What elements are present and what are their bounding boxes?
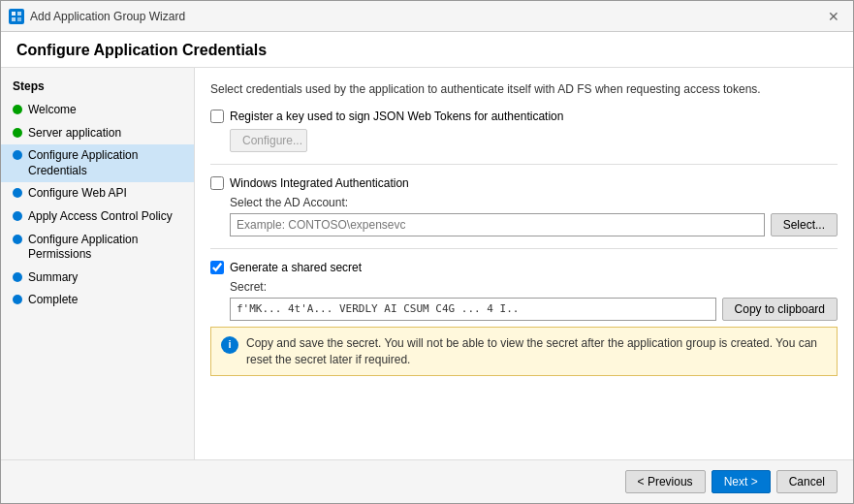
steps-label: Steps bbox=[1, 79, 194, 99]
register-key-checkbox[interactable] bbox=[210, 110, 224, 123]
sidebar: Steps Welcome Server application Configu… bbox=[1, 68, 195, 459]
sidebar-item-complete[interactable]: Complete bbox=[1, 289, 194, 312]
register-key-section: Register a key used to sign JSON Web Tok… bbox=[210, 110, 838, 152]
info-icon: i bbox=[221, 336, 238, 354]
shared-secret-section: Generate a shared secret Secret: Copy to… bbox=[210, 261, 838, 377]
svg-rect-1 bbox=[17, 12, 21, 16]
sidebar-item-web-api[interactable]: Configure Web API bbox=[1, 182, 194, 205]
sidebar-label-server: Server application bbox=[28, 126, 121, 142]
previous-button[interactable]: < Previous bbox=[625, 470, 706, 493]
svg-rect-2 bbox=[12, 17, 16, 21]
sidebar-item-summary[interactable]: Summary bbox=[1, 267, 194, 290]
title-bar-left: Add Application Group Wizard bbox=[9, 9, 185, 24]
ad-account-label: Select the AD Account: bbox=[230, 196, 838, 209]
ad-account-input-row: Select... bbox=[230, 213, 838, 236]
sidebar-label-summary: Summary bbox=[28, 270, 78, 286]
windows-auth-checkbox[interactable] bbox=[210, 176, 224, 190]
sidebar-label-access: Apply Access Control Policy bbox=[28, 209, 173, 225]
step-dot-complete bbox=[13, 295, 22, 304]
sidebar-item-welcome[interactable]: Welcome bbox=[1, 99, 194, 122]
main-content: Select credentials used by the applicati… bbox=[195, 68, 853, 459]
close-button[interactable]: ✕ bbox=[822, 5, 845, 28]
svg-rect-3 bbox=[17, 17, 21, 21]
configure-button[interactable]: Configure... bbox=[230, 129, 307, 152]
register-key-label: Register a key used to sign JSON Web Tok… bbox=[230, 110, 563, 123]
step-dot-server bbox=[13, 128, 22, 138]
footer: < Previous Next > Cancel bbox=[1, 459, 853, 503]
title-bar: Add Application Group Wizard ✕ bbox=[1, 1, 853, 32]
content-area: Steps Welcome Server application Configu… bbox=[1, 68, 853, 459]
info-box: i Copy and save the secret. You will not… bbox=[210, 327, 838, 377]
sidebar-label-complete: Complete bbox=[28, 293, 78, 308]
page-header: Configure Application Credentials bbox=[1, 32, 853, 68]
ad-account-group: Select the AD Account: Select... bbox=[230, 196, 838, 236]
step-dot-access bbox=[13, 211, 22, 221]
window-title: Add Application Group Wizard bbox=[30, 10, 185, 23]
step-dot-permissions bbox=[13, 235, 22, 244]
select-button[interactable]: Select... bbox=[771, 213, 838, 236]
copy-to-clipboard-button[interactable]: Copy to clipboard bbox=[722, 298, 838, 321]
next-button[interactable]: Next > bbox=[712, 470, 771, 493]
description-text: Select credentials used by the applicati… bbox=[210, 81, 838, 98]
secret-field-group: Secret: Copy to clipboard bbox=[230, 280, 838, 321]
secret-input[interactable] bbox=[230, 298, 716, 321]
secret-input-row: Copy to clipboard bbox=[230, 298, 838, 321]
step-dot-webapi bbox=[13, 188, 22, 198]
divider-2 bbox=[210, 248, 838, 249]
sidebar-label-webapi: Configure Web API bbox=[28, 186, 127, 202]
sidebar-item-app-permissions[interactable]: Configure Application Permissions bbox=[1, 229, 194, 267]
svg-rect-0 bbox=[12, 12, 16, 16]
info-text: Copy and save the secret. You will not b… bbox=[246, 335, 827, 368]
wizard-window: Add Application Group Wizard ✕ Configure… bbox=[0, 0, 854, 504]
step-dot-credentials bbox=[13, 150, 22, 160]
app-icon bbox=[9, 9, 24, 24]
sidebar-label-permissions: Configure Application Permissions bbox=[28, 233, 182, 263]
register-key-checkbox-row: Register a key used to sign JSON Web Tok… bbox=[210, 110, 838, 123]
ad-account-input[interactable] bbox=[230, 213, 765, 236]
sidebar-label-credentials: Configure Application Credentials bbox=[28, 148, 182, 178]
secret-label: Secret: bbox=[230, 280, 838, 294]
divider-1 bbox=[210, 164, 838, 165]
shared-secret-checkbox[interactable] bbox=[210, 261, 224, 274]
windows-auth-section: Windows Integrated Authentication Select… bbox=[210, 176, 838, 236]
shared-secret-checkbox-row: Generate a shared secret bbox=[210, 261, 838, 274]
sidebar-item-access-control[interactable]: Apply Access Control Policy bbox=[1, 205, 194, 229]
sidebar-item-configure-credentials[interactable]: Configure Application Credentials bbox=[1, 144, 194, 182]
windows-auth-checkbox-row: Windows Integrated Authentication bbox=[210, 176, 838, 190]
step-dot-welcome bbox=[13, 105, 22, 114]
windows-auth-label: Windows Integrated Authentication bbox=[230, 176, 409, 190]
cancel-button[interactable]: Cancel bbox=[776, 470, 838, 493]
step-dot-summary bbox=[13, 272, 22, 282]
sidebar-item-server-application[interactable]: Server application bbox=[1, 122, 194, 145]
sidebar-label-welcome: Welcome bbox=[28, 103, 77, 118]
page-title: Configure Application Credentials bbox=[16, 42, 838, 59]
shared-secret-label: Generate a shared secret bbox=[230, 261, 362, 274]
